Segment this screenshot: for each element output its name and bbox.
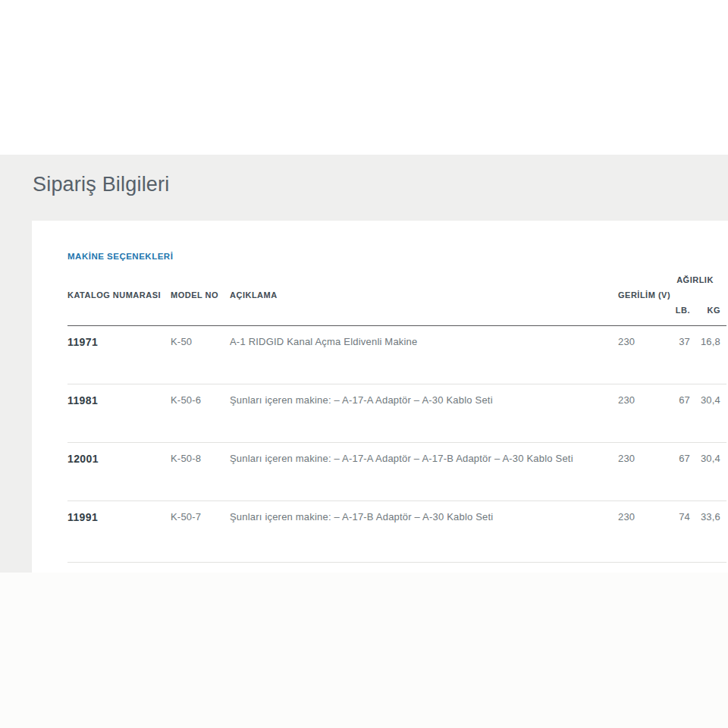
table-row: 11991 K-50-7 Şunları içeren makine: – A-… bbox=[67, 501, 726, 563]
cell-catalog-number: 11971 bbox=[67, 326, 171, 384]
cell-description: Şunları içeren makine: – A-17-A Adaptör … bbox=[230, 384, 610, 443]
cell-model-no: K-50 bbox=[171, 326, 230, 384]
column-header-kg: KG bbox=[690, 295, 726, 326]
machine-options-card: MAKİNE SEÇENEKLERİ KATALOG NUMARASI MODE… bbox=[32, 221, 728, 573]
cell-catalog-number: 11991 bbox=[67, 501, 171, 563]
cell-model-no: K-50-7 bbox=[171, 501, 230, 563]
table-row: 12001 K-50-8 Şunları içeren makine: – A-… bbox=[67, 443, 726, 501]
cell-voltage: 230 bbox=[610, 326, 664, 384]
table-header: KATALOG NUMARASI MODEL NO AÇIKLAMA GERİL… bbox=[67, 265, 726, 326]
table-row: 11971 K-50 A-1 RIDGID Kanal Açma Eldiven… bbox=[67, 326, 726, 384]
lower-page-background bbox=[0, 573, 728, 728]
cell-weight-lb: 67 bbox=[664, 384, 690, 443]
cell-catalog-number: 11981 bbox=[67, 384, 171, 443]
cell-voltage: 230 bbox=[610, 443, 664, 501]
column-header-voltage: GERİLİM (V) bbox=[610, 265, 664, 326]
column-header-description: AÇIKLAMA bbox=[230, 265, 610, 326]
cell-catalog-number: 12001 bbox=[67, 443, 171, 501]
cell-weight-lb: 74 bbox=[664, 501, 690, 563]
cell-weight-kg: 30,4 bbox=[690, 443, 726, 501]
column-header-catalog: KATALOG NUMARASI bbox=[67, 265, 171, 326]
cell-description: Şunları içeren makine: – A-17-A Adaptör … bbox=[230, 443, 610, 501]
table-body: 11971 K-50 A-1 RIDGID Kanal Açma Eldiven… bbox=[67, 326, 726, 563]
cell-voltage: 230 bbox=[610, 384, 664, 443]
machine-options-table: KATALOG NUMARASI MODEL NO AÇIKLAMA GERİL… bbox=[67, 265, 726, 563]
page: Sipariş Bilgileri MAKİNE SEÇENEKLERİ KAT… bbox=[0, 0, 728, 728]
cell-model-no: K-50-6 bbox=[171, 384, 230, 443]
table-row: 11981 K-50-6 Şunları içeren makine: – A-… bbox=[67, 384, 726, 443]
order-info-section: Sipariş Bilgileri MAKİNE SEÇENEKLERİ KAT… bbox=[0, 155, 728, 573]
cell-description: A-1 RIDGID Kanal Açma Eldivenli Makine bbox=[230, 326, 610, 384]
cell-weight-kg: 16,8 bbox=[690, 326, 726, 384]
cell-description: Şunları içeren makine: – A-17-B Adaptör … bbox=[230, 501, 610, 563]
column-header-weight-group: AĞIRLIK bbox=[664, 265, 726, 295]
cell-weight-kg: 30,4 bbox=[690, 384, 726, 443]
column-header-model: MODEL NO bbox=[171, 265, 230, 326]
cell-voltage: 230 bbox=[610, 501, 664, 563]
column-header-lb: LB. bbox=[664, 295, 690, 326]
cell-weight-lb: 37 bbox=[664, 326, 690, 384]
cell-weight-lb: 67 bbox=[664, 443, 690, 501]
page-title: Sipariş Bilgileri bbox=[33, 173, 169, 196]
cell-model-no: K-50-8 bbox=[171, 443, 230, 501]
cell-weight-kg: 33,6 bbox=[690, 501, 726, 563]
section-heading: MAKİNE SEÇENEKLERİ bbox=[67, 251, 728, 262]
